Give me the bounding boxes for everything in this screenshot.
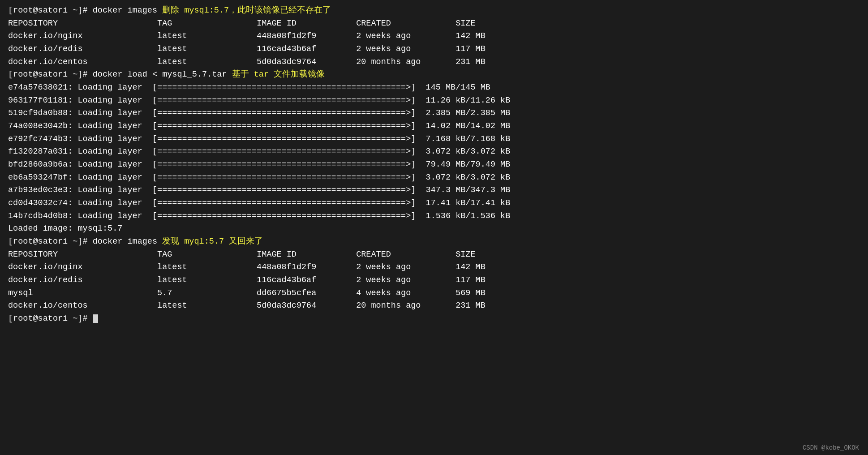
terminal-line: docker.io/redis latest 116cad43b6af 2 we… — [8, 43, 860, 56]
terminal-line: 963177f01181: Loading layer [===========… — [8, 94, 860, 107]
terminal-line: docker.io/centos latest 5d0da3dc9764 20 … — [8, 56, 860, 69]
terminal-line: 519cf9da0b88: Loading layer [===========… — [8, 107, 860, 120]
terminal-line: docker.io/centos latest 5d0da3dc9764 20 … — [8, 300, 860, 313]
terminal-line: 74a008e3042b: Loading layer [===========… — [8, 120, 860, 133]
terminal-line: e792fc7474b3: Loading layer [===========… — [8, 133, 860, 146]
terminal-line: REPOSITORY TAG IMAGE ID CREATED SIZE — [8, 249, 860, 262]
terminal-line: [root@satori ~]# — [8, 313, 860, 326]
terminal-line: docker.io/nginx latest 448a08f1d2f9 2 we… — [8, 30, 860, 43]
terminal-line: bfd2860a9b6a: Loading layer [===========… — [8, 159, 860, 172]
terminal-line: Loaded image: mysql:5.7 — [8, 223, 860, 236]
terminal-line: a7b93ed0c3e3: Loading layer [===========… — [8, 184, 860, 197]
terminal-line: docker.io/nginx latest 448a08f1d2f9 2 we… — [8, 261, 860, 274]
terminal-window: [root@satori ~]# docker images 删除 mysql:… — [0, 0, 868, 455]
terminal-line: docker.io/redis latest 116cad43b6af 2 we… — [8, 274, 860, 287]
watermark: CSDN @kobe_OKOK — [803, 444, 859, 451]
terminal-line: cd0d43032c74: Loading layer [===========… — [8, 197, 860, 210]
terminal-line: mysql 5.7 dd6675b5cfea 4 weeks ago 569 M… — [8, 287, 860, 300]
terminal-line: f1320287a031: Loading layer [===========… — [8, 146, 860, 159]
terminal-line: 14b7cdb4d0b8: Loading layer [===========… — [8, 210, 860, 223]
terminal-line: eb6a593247bf: Loading layer [===========… — [8, 172, 860, 185]
terminal-content: [root@satori ~]# docker images 删除 mysql:… — [8, 4, 860, 326]
terminal-line: e74a57638021: Loading layer [===========… — [8, 82, 860, 94]
terminal-line: [root@satori ~]# docker load < mysql_5.7… — [8, 69, 860, 82]
terminal-line: [root@satori ~]# docker images 发现 myql:5… — [8, 236, 860, 249]
terminal-line: [root@satori ~]# docker images 删除 mysql:… — [8, 4, 860, 17]
terminal-line: REPOSITORY TAG IMAGE ID CREATED SIZE — [8, 17, 860, 30]
terminal-cursor — [93, 314, 98, 323]
